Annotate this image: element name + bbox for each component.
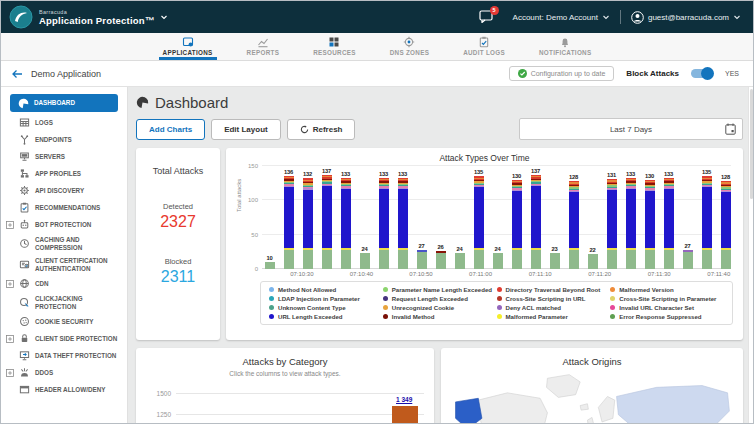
legend-label: Parameter Name Length Exceeded — [392, 286, 492, 293]
bar-column[interactable]: 128 — [720, 166, 731, 269]
bar-value-label: 22 — [590, 247, 596, 253]
legend-label: Cross-Site Scripting in URL — [506, 295, 586, 302]
bar-column[interactable]: 135 — [473, 166, 484, 269]
region-russia[interactable] — [617, 386, 730, 423]
main-scrollbar-thumb[interactable] — [750, 89, 753, 199]
sidebar-item-logs[interactable]: LOGS — [1, 114, 127, 131]
sidebar-item-data-theft-protection[interactable]: DATA THEFT PROTECTION — [1, 347, 127, 364]
date-range-select[interactable]: Last 7 Days — [519, 118, 743, 140]
sidebar-item-client-certification-authentication[interactable]: CLIENT CERTIFICATION AUTHENTICATION — [1, 254, 127, 275]
tab-resources[interactable]: RESOURCES — [309, 33, 360, 60]
bar-column[interactable]: 135 — [701, 166, 712, 269]
expand-plus-icon[interactable] — [6, 280, 14, 288]
attack-origins-card: Attack Origins — [441, 348, 743, 423]
barracuda-logo-icon — [9, 5, 33, 29]
sidebar-item-cdn[interactable]: CDN — [1, 275, 127, 292]
x-axis-ticks: 07:10:3007:10:4007:10:5007:11:0007:11:10… — [262, 269, 731, 279]
back-arrow-icon[interactable] — [11, 69, 23, 79]
bar-column[interactable]: 27 — [682, 166, 693, 269]
tab-reports[interactable]: REPORTS — [243, 33, 284, 60]
x-tick-label: 07:11:20 — [588, 271, 611, 277]
sidebar-item-endpoints[interactable]: ENDPOINTS — [1, 131, 127, 148]
bar-column[interactable]: 133 — [625, 166, 636, 269]
bar-column[interactable]: 136 — [283, 166, 294, 269]
region-scandinavia — [598, 396, 614, 421]
bar-column[interactable]: 27 — [416, 166, 427, 269]
bar-column[interactable]: 133 — [340, 166, 351, 269]
bar-column[interactable]: 10 — [264, 166, 275, 269]
sidebar-item-client-side-protection[interactable]: CLIENT SIDE PROTECTION — [1, 330, 127, 347]
messages-icon[interactable]: 5 — [479, 10, 493, 25]
bar-column[interactable]: 133 — [378, 166, 389, 269]
expand-plus-icon[interactable] — [6, 221, 14, 229]
legend-item: Unrecognized Cookie — [383, 304, 497, 311]
sidebar-item-label: CACHING AND COMPRESSION — [35, 236, 123, 251]
sidebar-item-clickjacking-protection[interactable]: CLICKJACKING PROTECTION — [1, 292, 127, 313]
bar-column[interactable]: 133 — [663, 166, 674, 269]
bar-column[interactable]: 132 — [302, 166, 313, 269]
x-tick-label: 07:11:30 — [648, 271, 671, 277]
sidebar-item-caching-and-compression[interactable]: CACHING AND COMPRESSION — [1, 233, 127, 254]
bar-value-label: 133 — [341, 171, 350, 177]
bar-column[interactable]: 130 — [511, 166, 522, 269]
sidebar-item-recommendations[interactable]: RECOMMENDATIONS — [1, 199, 127, 216]
bar-column[interactable]: 24 — [359, 166, 370, 269]
x-tick-label: 07:10:30 — [290, 271, 313, 277]
client-side-protection-icon — [19, 333, 30, 344]
brand-chevron-down-icon[interactable] — [160, 13, 168, 21]
world-map[interactable] — [451, 371, 733, 423]
bar-column[interactable]: 137 — [530, 166, 541, 269]
block-attacks-toggle[interactable] — [691, 69, 713, 78]
legend-color-dot — [383, 314, 388, 319]
user-menu[interactable]: guest@barracuda.com — [631, 11, 741, 24]
category-bar[interactable] — [392, 406, 418, 423]
configuration-status-chip[interactable]: Configuration up to date — [509, 66, 615, 81]
legend-label: Request Length Exceeded — [392, 295, 468, 302]
category-bar-value-link[interactable]: 1 349 — [396, 396, 412, 403]
add-charts-button[interactable]: Add Charts — [136, 119, 205, 140]
sidebar-item-ddos[interactable]: DDOS — [1, 364, 127, 381]
tab-dns-zones[interactable]: DNS ZONES — [386, 33, 433, 60]
tab-applications[interactable]: APPLICATIONS — [159, 33, 217, 60]
sidebar-item-bot-protection[interactable]: BOT PROTECTION — [1, 216, 127, 233]
block-attacks-label: Block Attacks — [626, 69, 679, 78]
brand[interactable]: Barracuda Application Protection™ — [9, 5, 168, 29]
bar-column[interactable]: 23 — [549, 166, 560, 269]
sidebar-item-servers[interactable]: SERVERS — [1, 148, 127, 165]
main-scrollbar[interactable] — [748, 87, 753, 423]
bar-column[interactable]: 24 — [454, 166, 465, 269]
dns-zones-icon — [403, 36, 415, 48]
expand-plus-icon[interactable] — [6, 369, 14, 377]
x-tick-label: 07:11:10 — [529, 271, 552, 277]
legend-color-dot — [610, 287, 615, 292]
bar-column[interactable]: 26 — [435, 166, 446, 269]
tab-audit-logs[interactable]: AUDIT LOGS — [459, 33, 509, 60]
tab-notifications[interactable]: NOTIFICATIONS — [535, 33, 595, 60]
legend-item: Malformed Parameter — [497, 313, 611, 320]
bar-column[interactable]: 130 — [644, 166, 655, 269]
legend-label: Error Response Suppressed — [619, 313, 701, 320]
category-ytick-1250: 1250 — [157, 411, 171, 418]
sidebar-item-cookie-security[interactable]: COOKIE SECURITY — [1, 313, 127, 330]
bar-column[interactable]: 133 — [397, 166, 408, 269]
page-title: Dashboard — [155, 94, 228, 111]
region-alaska-usa[interactable] — [456, 398, 482, 423]
attack-origins-title: Attack Origins — [451, 356, 733, 367]
bot-protection-icon — [19, 219, 30, 230]
bar-column[interactable]: 128 — [568, 166, 579, 269]
bar-column[interactable]: 24 — [492, 166, 503, 269]
bar-column[interactable]: 22 — [587, 166, 598, 269]
sidebar-item-label: CLIENT SIDE PROTECTION — [35, 335, 123, 343]
sidebar-item-label: ENDPOINTS — [35, 136, 123, 144]
sidebar-item-header-allow-deny[interactable]: HEADER ALLOW/DENY — [1, 381, 127, 398]
expand-plus-icon[interactable] — [6, 335, 14, 343]
edit-layout-button[interactable]: Edit Layout — [211, 119, 281, 140]
bar-column[interactable]: 137 — [321, 166, 332, 269]
account-selector[interactable]: Account: Demo Account — [513, 13, 610, 22]
sidebar-item-app-profiles[interactable]: APP PROFILES — [1, 165, 127, 182]
sidebar-item-api-discovery[interactable]: API DISCOVERY — [1, 182, 127, 199]
sidebar-item-dashboard[interactable]: DASHBOARD — [10, 94, 118, 112]
bar-column[interactable]: 131 — [606, 166, 617, 269]
refresh-button[interactable]: Refresh — [287, 119, 356, 140]
legend-label: Unrecognized Cookie — [392, 304, 454, 311]
